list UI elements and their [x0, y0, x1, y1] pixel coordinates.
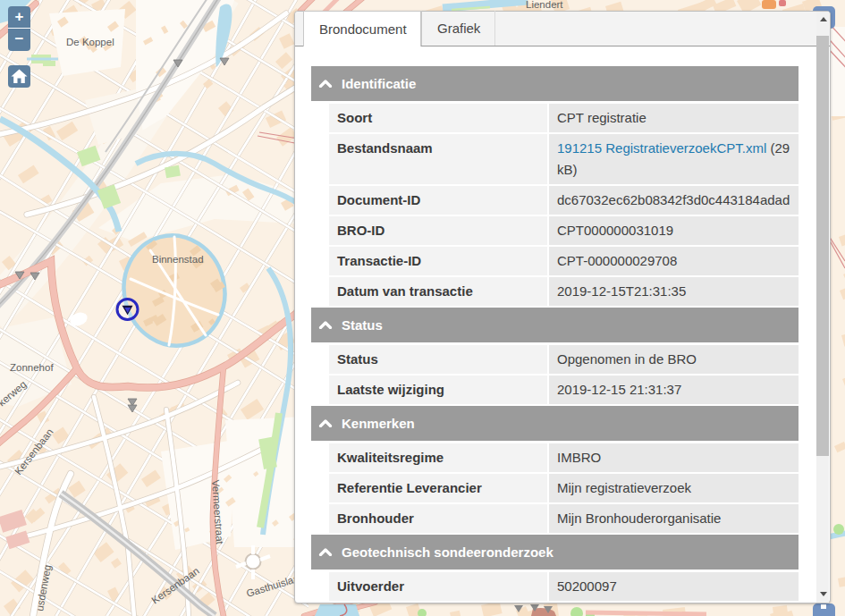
svg-text:Zonnehof: Zonnehof: [10, 362, 54, 373]
svg-text:Binnenstad: Binnenstad: [152, 254, 204, 265]
svg-text:Liendert: Liendert: [526, 0, 563, 10]
svg-text:De Koppel: De Koppel: [66, 37, 114, 47]
